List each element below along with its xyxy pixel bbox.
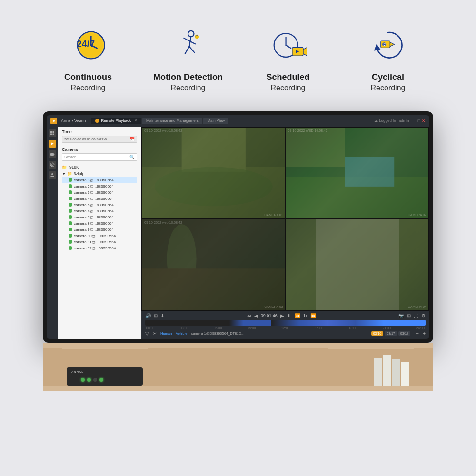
- filter-human[interactable]: Human: [160, 331, 172, 336]
- app-title: Annke Vision: [61, 119, 86, 123]
- search-icon: 🔍: [129, 155, 135, 159]
- camera-status-4: [69, 197, 72, 200]
- camera-status-3: [69, 190, 72, 194]
- tab-icon-playback: [95, 119, 99, 123]
- download-btn[interactable]: ⬇: [160, 313, 164, 318]
- grid-view-btn[interactable]: ⊞: [407, 313, 411, 318]
- tick-5: 15:00: [315, 327, 324, 330]
- forward-btn[interactable]: ⏩: [310, 313, 316, 318]
- app-body: Time 2022-03-16 09:00:00-2022-0... 📅 Cam…: [47, 127, 429, 339]
- camera-item-2[interactable]: camera 2@...98390564: [62, 183, 137, 189]
- snapshot-btn[interactable]: 📷: [398, 313, 404, 318]
- folder-icon-1: 📁: [62, 165, 67, 169]
- svg-text:24/7: 24/7: [77, 39, 95, 49]
- user-name: admin: [399, 119, 409, 123]
- date-tab-2[interactable]: 03/17: [385, 331, 397, 336]
- svg-rect-50: [286, 219, 316, 310]
- minus-btn[interactable]: −: [416, 331, 419, 336]
- timeline-fill: [145, 320, 426, 326]
- camera-status-11: [69, 240, 72, 244]
- filter-icon[interactable]: ▽: [145, 331, 149, 336]
- playback-controls: 🔊 ⊞ ⬇ ⏮ ◀ 09:01:46 ▶ ⏸ ⏪ 1x: [145, 313, 426, 318]
- camera-item-7[interactable]: camera 7@...98390564: [62, 214, 137, 220]
- dvr-brand: ANNKE: [71, 370, 84, 373]
- fullscreen-btn[interactable]: ⛶: [414, 313, 418, 318]
- camera-status-6: [69, 209, 72, 213]
- plus-btn[interactable]: +: [423, 331, 426, 336]
- motion-icon: [167, 24, 209, 67]
- camera-status-9: [69, 228, 72, 231]
- sidebar-camera-icon[interactable]: [49, 150, 56, 158]
- date-tab-1[interactable]: 03/16: [371, 331, 384, 336]
- rewind-btn[interactable]: ⏪: [295, 313, 300, 318]
- camera-item-4[interactable]: camera 4@...98390564: [62, 196, 137, 202]
- calendar-icon: 📅: [130, 137, 135, 141]
- tick-7: 21:00: [382, 327, 391, 330]
- svg-marker-31: [51, 142, 54, 145]
- time-section: Time 2022-03-16 09:00:00-2022-0... 📅: [58, 127, 141, 144]
- camera-item-5[interactable]: camera 5@...98390564: [62, 202, 137, 208]
- camera-search[interactable]: Search 🔍: [62, 153, 137, 161]
- camera-item-3[interactable]: camera 3@...98390564: [62, 189, 137, 196]
- tick-2: 06:00: [214, 327, 222, 330]
- speed-display: 1x: [303, 313, 308, 318]
- sidebar-playback-icon[interactable]: [49, 140, 56, 148]
- feature-cyclical: Cyclical Recording: [352, 24, 424, 92]
- camera-grid: 09-10-2022 web 10:08:42 CAMERA 01: [141, 127, 429, 311]
- play-btn[interactable]: ▶: [280, 313, 284, 318]
- tick-8: 24:00: [416, 327, 425, 330]
- camera-item-9[interactable]: camera 9@...98390564: [62, 227, 137, 233]
- settings-btn[interactable]: ⚙: [421, 313, 426, 318]
- app-bottom: 🔊 ⊞ ⬇ ⏮ ◀ 09:01:46 ▶ ⏸ ⏪ 1x: [141, 311, 429, 339]
- camera-item-6[interactable]: camera 6@...98390564: [62, 208, 137, 214]
- tab-remote-playback[interactable]: Remote Playback ✕: [91, 118, 141, 124]
- cyclical-icon: [367, 24, 409, 67]
- svg-rect-29: [50, 133, 52, 135]
- dvr-light-4: [99, 378, 103, 382]
- time-label: Time: [62, 129, 137, 134]
- dvr-device: ANNKE: [67, 367, 143, 386]
- camera-item-8[interactable]: camera 8@...98390564: [62, 220, 137, 227]
- svg-rect-27: [50, 131, 52, 133]
- back-btn[interactable]: ◀: [254, 313, 258, 318]
- volume-btn[interactable]: 🔊: [145, 313, 151, 318]
- continuous-title: Continuous: [64, 72, 112, 83]
- continuous-icon: 24/7: [67, 24, 109, 67]
- prev-btn[interactable]: ⏮: [247, 313, 251, 318]
- folder-l918k[interactable]: 📁 l918K: [62, 164, 137, 170]
- date-tab-3[interactable]: 03/18: [398, 331, 411, 336]
- layout-btn[interactable]: ⊞: [154, 313, 158, 318]
- titlebar-right: ☁ Logged In admin — □ ✕: [374, 119, 426, 123]
- camera-status-7: [69, 215, 72, 219]
- svg-rect-49: [315, 219, 399, 310]
- app-titlebar: Annke Vision Remote Playback ✕ Maintenan…: [47, 115, 429, 127]
- camera-info: camera 1@D98390564_DT81D...: [191, 331, 244, 336]
- dvr-light-2: [87, 378, 91, 382]
- camera-status-2: [69, 184, 72, 188]
- folder-6zlpfj[interactable]: ▼ 📁 6zlpfj: [62, 170, 137, 177]
- svg-rect-30: [53, 133, 55, 135]
- sidebar-user-icon[interactable]: [49, 171, 56, 179]
- sidebar-settings-icon[interactable]: [49, 161, 56, 169]
- tab-maintenance[interactable]: Maintenance and Management: [142, 118, 202, 124]
- tv-stand-area: Annke Vision Remote Playback ✕ Maintenan…: [43, 111, 433, 391]
- tv-screen: Annke Vision Remote Playback ✕ Maintenan…: [47, 115, 429, 339]
- timeline-bar[interactable]: [145, 320, 426, 326]
- camera-label: Camera: [62, 147, 137, 152]
- camera-item-11[interactable]: camera 11@...98390564: [62, 239, 137, 245]
- time-input[interactable]: 2022-03-16 09:00:00-2022-0... 📅: [62, 136, 137, 143]
- tab-main-view[interactable]: Main View: [203, 118, 228, 124]
- playback-time: 09:01:46: [261, 313, 278, 318]
- app-logo-icon: [50, 118, 57, 124]
- filter-vehicle[interactable]: Vehicle: [176, 331, 187, 336]
- tick-0: 00:00: [146, 327, 155, 330]
- scheduled-icon: [267, 24, 309, 67]
- pause-btn[interactable]: ⏸: [287, 313, 292, 318]
- sidebar-grid-icon[interactable]: [49, 129, 56, 137]
- camera-status-12: [69, 246, 72, 250]
- camera-item-10[interactable]: camera 10@...98390564: [62, 233, 137, 239]
- camera-item-1[interactable]: camera 1@...98390564: [62, 177, 137, 183]
- camera-item-12[interactable]: camera 12@...98390564: [62, 245, 137, 251]
- crop-icon[interactable]: ✂: [153, 331, 157, 336]
- book-3: [401, 362, 409, 386]
